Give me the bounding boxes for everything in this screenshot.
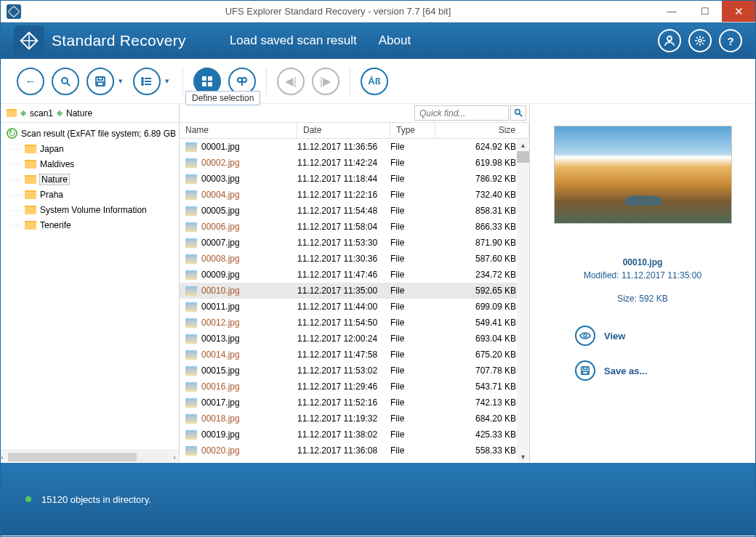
file-row[interactable]: 00017.jpg11.12.2017 11:52:16File742.13 K… (180, 395, 529, 411)
file-thumb-icon (185, 286, 197, 296)
vertical-scrollbar[interactable]: ▲▼ (517, 139, 529, 463)
file-row[interactable]: 00005.jpg11.12.2017 11:54:48File858.31 K… (180, 203, 529, 219)
tree-item[interactable]: ····Japan (1, 141, 179, 156)
file-date: 11.12.2017 11:53:30 (297, 238, 390, 248)
file-row[interactable]: 00008.jpg11.12.2017 11:30:36File587.60 K… (180, 251, 529, 267)
file-row[interactable]: 00002.jpg11.12.2017 11:42:24File619.98 K… (180, 155, 529, 171)
file-type: File (390, 397, 435, 408)
list-dropdown-caret[interactable]: ▾ (165, 76, 169, 86)
file-row[interactable]: 00020.jpg11.12.2017 11:36:08File558.33 K… (180, 443, 529, 459)
file-name: 00014.jpg (201, 350, 297, 360)
file-type: File (390, 190, 435, 200)
search-button[interactable] (52, 68, 79, 95)
app-name: Standard Recovery (52, 32, 186, 49)
file-thumb-icon (185, 430, 197, 440)
tree-item[interactable]: ····Nature (1, 171, 179, 187)
tree-connector: ···· (11, 191, 21, 198)
menu-load-result[interactable]: Load saved scan result (230, 33, 357, 48)
breadcrumb-item[interactable]: Nature (66, 108, 92, 118)
quick-find-input[interactable] (414, 105, 509, 121)
diamond-icon (20, 110, 26, 116)
folder-icon (7, 109, 17, 117)
file-row[interactable]: 00013.jpg11.12.2017 12:00:24File693.04 K… (180, 331, 529, 347)
file-thumb-icon (185, 382, 197, 392)
file-name: 00003.jpg (201, 174, 297, 184)
folder-icon (25, 160, 36, 169)
view-button[interactable]: View (575, 326, 647, 346)
list-options-button[interactable] (133, 68, 161, 95)
back-button[interactable]: ← (17, 68, 44, 95)
svg-rect-16 (202, 76, 206, 81)
file-name: 00009.jpg (201, 270, 297, 280)
save-button[interactable] (87, 68, 114, 95)
file-name: 00004.jpg (201, 190, 297, 200)
file-type: File (390, 445, 435, 456)
svg-rect-28 (583, 371, 588, 374)
file-row[interactable]: 00011.jpg11.12.2017 11:44:00File699.09 K… (180, 299, 529, 315)
file-row[interactable]: 00006.jpg11.12.2017 11:58:04File866.33 K… (180, 219, 529, 235)
tree-item[interactable]: ····Praha (1, 187, 179, 202)
svg-point-4 (699, 39, 701, 42)
file-date: 11.12.2017 11:22:16 (297, 190, 390, 200)
toolbar-divider (266, 68, 267, 95)
file-row[interactable]: 00007.jpg11.12.2017 11:53:30File871.90 K… (180, 235, 529, 251)
tree-horizontal-scrollbar[interactable]: ‹› (1, 450, 179, 463)
close-button[interactable]: ✕ (722, 1, 755, 22)
file-size: 866.33 KB (435, 222, 529, 232)
file-thumb-icon (185, 270, 197, 280)
tree-item[interactable]: ····Tenerife (1, 217, 179, 233)
col-size[interactable]: Size (435, 123, 529, 138)
file-row[interactable]: 00009.jpg11.12.2017 11:47:46File234.72 K… (180, 267, 529, 283)
maximize-button[interactable]: ☐ (688, 1, 722, 22)
col-name[interactable]: Name (180, 123, 297, 138)
file-row[interactable]: 00010.jpg11.12.2017 11:35:00File592.65 K… (180, 283, 529, 299)
minimize-button[interactable]: — (655, 1, 688, 22)
file-thumb-icon (185, 350, 197, 360)
tree-connector: ···· (11, 176, 21, 183)
file-row[interactable]: 00012.jpg11.12.2017 11:54:50File549.41 K… (180, 315, 529, 331)
col-type[interactable]: Type (390, 123, 435, 138)
file-row[interactable]: 00016.jpg11.12.2017 11:29:46File543.71 K… (180, 379, 529, 395)
help-icon[interactable]: ? (719, 29, 742, 52)
file-thumb-icon (185, 366, 197, 376)
user-icon[interactable] (658, 29, 681, 52)
tooltip: Define selection (185, 91, 260, 105)
quick-find-button[interactable] (510, 105, 526, 121)
file-date: 11.12.2017 11:53:02 (297, 366, 390, 376)
folder-tree[interactable]: Scan result (ExFAT file system; 6.89 GB … (1, 123, 179, 450)
file-name: 00015.jpg (201, 366, 297, 376)
file-row[interactable]: 00014.jpg11.12.2017 11:47:58File675.20 K… (180, 347, 529, 363)
file-thumb-icon (185, 302, 197, 312)
content-area: scan1 Nature Scan result (ExFAT file sys… (1, 104, 755, 463)
col-date[interactable]: Date (297, 123, 390, 138)
tree-scan-result[interactable]: Scan result (ExFAT file system; 6.89 GB … (1, 126, 179, 141)
preview-pane: 00010.jpg Modified: 11.12.2017 11:35:00 … (530, 104, 755, 463)
tree-item[interactable]: ····Maldives (1, 156, 179, 171)
tree-connector: ···· (11, 161, 21, 168)
svg-point-25 (584, 334, 587, 337)
file-date: 11.12.2017 11:44:00 (297, 302, 390, 312)
settings-icon[interactable] (688, 29, 712, 52)
save-dropdown-caret[interactable]: ▾ (118, 76, 123, 86)
preview-image (554, 126, 732, 224)
file-list[interactable]: 00001.jpg11.12.2017 11:36:56File624.92 K… (180, 139, 529, 463)
file-thumb-icon (185, 318, 197, 328)
text-button[interactable]: Áß (361, 68, 388, 95)
toolbar-divider (182, 68, 183, 95)
file-row[interactable]: 00018.jpg11.12.2017 11:19:32File684.20 K… (180, 411, 529, 427)
file-row[interactable]: 00019.jpg11.12.2017 11:38:02File425.33 K… (180, 427, 529, 443)
file-row[interactable]: 00004.jpg11.12.2017 11:22:16File732.40 K… (180, 187, 529, 203)
tree-item-label: Nature (40, 174, 69, 185)
file-thumb-icon (185, 334, 197, 344)
file-row[interactable]: 00001.jpg11.12.2017 11:36:56File624.92 K… (180, 139, 529, 155)
status-dot-icon (25, 496, 31, 502)
breadcrumb-item[interactable]: scan1 (30, 108, 53, 118)
file-row[interactable]: 00015.jpg11.12.2017 11:53:02File707.78 K… (180, 363, 529, 379)
file-row[interactable]: 00003.jpg11.12.2017 11:18:44File786.92 K… (180, 171, 529, 187)
tree-connector: ···· (11, 222, 21, 229)
tree-item[interactable]: ····System Volume Information (1, 202, 179, 217)
file-date: 11.12.2017 11:19:32 (297, 413, 390, 424)
save-as-button[interactable]: Save as... (575, 360, 647, 381)
menu-about[interactable]: About (379, 33, 411, 48)
file-date: 11.12.2017 11:35:00 (297, 286, 390, 296)
